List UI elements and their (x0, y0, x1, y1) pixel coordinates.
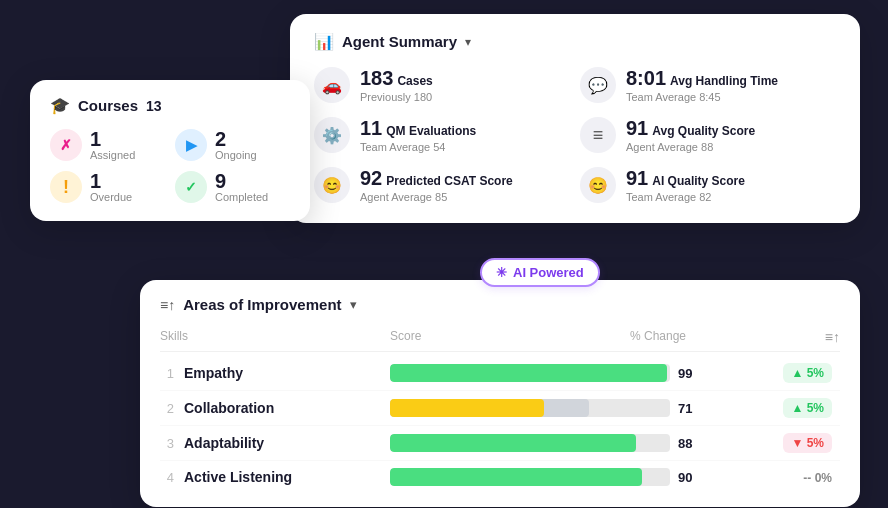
bar-score-collab: 71 (678, 401, 706, 416)
table-row: 3 Adaptability 88 ▼ 5% (160, 426, 840, 461)
overdue-icon: ! (50, 171, 82, 203)
qm-sub: Team Average 54 (360, 141, 476, 153)
bar-bg (390, 434, 670, 452)
overdue-label: Overdue (90, 191, 132, 203)
assigned-number: 1 (90, 129, 135, 149)
qm-number: 11 (360, 117, 382, 140)
chevron-down-icon[interactable]: ▾ (465, 35, 471, 49)
course-stat-ongoing: ▶ 2 Ongoing (175, 129, 290, 161)
skill-num: 2 (160, 401, 174, 416)
course-stat-overdue: ! 1 Overdue (50, 171, 165, 203)
courses-card: 🎓 Courses 13 ✗ 1 Assigned ▶ 2 Ongoing ! … (30, 80, 310, 221)
graduation-icon: 🎓 (50, 96, 70, 115)
courses-count: 13 (146, 98, 162, 114)
bar-score-listening: 90 (678, 470, 706, 485)
skill-cell: 2 Collaboration (160, 400, 390, 416)
table-row: 1 Empathy 99 ▲ 5% (160, 356, 840, 391)
bar-cell: 99 (390, 364, 706, 382)
skill-num: 3 (160, 436, 174, 451)
skill-name-collaboration: Collaboration (184, 400, 274, 416)
change-badge-adapt: ▼ 5% (783, 433, 832, 453)
filter-icon: ≡↑ (160, 297, 175, 313)
cases-label: Cases (397, 74, 432, 88)
cases-number: 183 (360, 67, 393, 90)
course-stat-completed: ✓ 9 Completed (175, 171, 290, 203)
bar-fill-listening (390, 468, 642, 486)
change-cell: -- 0% (706, 468, 836, 486)
change-badge-listening: -- 0% (803, 471, 832, 485)
bar-bg (390, 399, 670, 417)
handling-time-label: Avg Handling Time (670, 74, 778, 88)
change-cell: ▲ 5% (706, 398, 836, 418)
ai-badge-label: AI Powered (513, 265, 584, 280)
completed-label: Completed (215, 191, 268, 203)
skill-num: 1 (160, 366, 174, 381)
bar-fill-adapt (390, 434, 636, 452)
csat-label: Predicted CSAT Score (386, 174, 512, 188)
sort-icon[interactable]: ≡↑ (825, 329, 840, 345)
quality-score-sub: Agent Average 88 (626, 141, 755, 153)
course-stat-assigned: ✗ 1 Assigned (50, 129, 165, 161)
ai-powered-badge: ✳ AI Powered (480, 258, 600, 287)
skill-cell: 3 Adaptability (160, 435, 390, 451)
ongoing-icon: ▶ (175, 129, 207, 161)
completed-number: 9 (215, 171, 268, 191)
bar-fill-empathy (390, 364, 667, 382)
col-score: Score (390, 329, 630, 345)
metric-quality-score: ≡ 91 Avg Quality Score Agent Average 88 (580, 117, 836, 153)
metric-qm-evals: ⚙️ 11 QM Evaluations Team Average 54 (314, 117, 570, 153)
metrics-grid: 🚗 183 Cases Previously 180 💬 8:01 Avg Ha… (314, 67, 836, 203)
agent-summary-card: 📊 Agent Summary ▾ 🚗 183 Cases Previously… (290, 14, 860, 223)
ai-quality-label: AI Quality Score (652, 174, 745, 188)
metric-handling-time: 💬 8:01 Avg Handling Time Team Average 8:… (580, 67, 836, 103)
bar-bg (390, 364, 670, 382)
change-badge-empathy: ▲ 5% (783, 363, 832, 383)
metric-ai-quality: 😊 91 AI Quality Score Team Average 82 (580, 167, 836, 203)
overdue-number: 1 (90, 171, 132, 191)
quality-score-number: 91 (626, 117, 648, 140)
skill-name-active-listening: Active Listening (184, 469, 292, 485)
bar-cell: 88 (390, 434, 706, 452)
smiley2-icon: 😊 (580, 167, 616, 203)
csat-sub: Agent Average 85 (360, 191, 513, 203)
change-badge-collab: ▲ 5% (783, 398, 832, 418)
metric-csat: 😊 92 Predicted CSAT Score Agent Average … (314, 167, 570, 203)
skill-num: 4 (160, 470, 174, 485)
improvement-header: ≡↑ Areas of Improvement ▾ (160, 296, 840, 313)
improvement-title: Areas of Improvement (183, 296, 341, 313)
chat-icon: 💬 (580, 67, 616, 103)
assigned-icon: ✗ (50, 129, 82, 161)
skill-name-empathy: Empathy (184, 365, 243, 381)
ongoing-number: 2 (215, 129, 257, 149)
courses-grid: ✗ 1 Assigned ▶ 2 Ongoing ! 1 Overdue ✓ 9 (50, 129, 290, 203)
bar-score-empathy: 99 (678, 366, 706, 381)
agent-summary-header: 📊 Agent Summary ▾ (314, 32, 836, 51)
table-header: Skills Score % Change ≡↑ (160, 325, 840, 352)
table-row: 4 Active Listening 90 -- 0% (160, 461, 840, 493)
bar-score-adapt: 88 (678, 436, 706, 451)
handling-time-sub: Team Average 8:45 (626, 91, 778, 103)
bar-chart-icon: 📊 (314, 32, 334, 51)
improvement-chevron[interactable]: ▾ (350, 297, 357, 312)
col-sort[interactable]: ≡↑ (760, 329, 840, 345)
table-row: 2 Collaboration 71 ▲ 5% (160, 391, 840, 426)
improvement-card: ≡↑ Areas of Improvement ▾ Skills Score %… (140, 280, 860, 507)
bar-bg (390, 468, 670, 486)
agent-summary-title: Agent Summary (342, 33, 457, 50)
courses-header: 🎓 Courses 13 (50, 96, 290, 115)
completed-icon: ✓ (175, 171, 207, 203)
change-cell: ▲ 5% (706, 363, 836, 383)
quality-score-label: Avg Quality Score (652, 124, 755, 138)
ai-quality-sub: Team Average 82 (626, 191, 745, 203)
ai-quality-number: 91 (626, 167, 648, 190)
bar-cell: 71 (390, 399, 706, 417)
skill-name-adaptability: Adaptability (184, 435, 264, 451)
csat-number: 92 (360, 167, 382, 190)
metric-cases: 🚗 183 Cases Previously 180 (314, 67, 570, 103)
list-icon: ≡ (580, 117, 616, 153)
change-cell: ▼ 5% (706, 433, 836, 453)
bar-fill-collab2 (390, 399, 544, 417)
cases-sub: Previously 180 (360, 91, 433, 103)
courses-title: Courses (78, 97, 138, 114)
skill-cell: 1 Empathy (160, 365, 390, 381)
